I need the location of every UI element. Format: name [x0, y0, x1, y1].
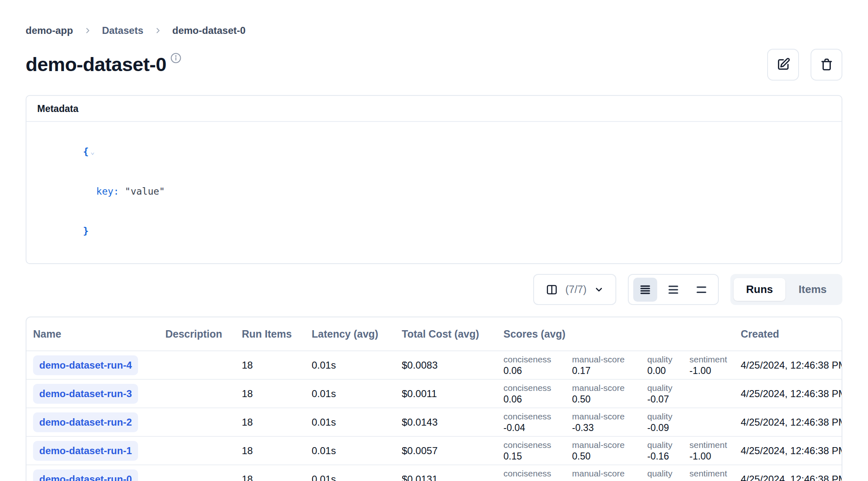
table-body: demo-dataset-run-4 18 0.01s $0.0083 conc… [26, 350, 842, 481]
created-cell: 4/25/2024, 12:46:38 PM [741, 445, 842, 457]
breadcrumb: demo-app Datasets demo-dataset-0 [26, 24, 842, 37]
score-quality: quality-0.07 [647, 383, 689, 405]
run-name-link[interactable]: demo-dataset-run-4 [33, 355, 138, 375]
score-value: 0.06 [503, 365, 572, 376]
table-row[interactable]: demo-dataset-run-4 18 0.01s $0.0083 conc… [26, 350, 842, 379]
score-manual-score: manual-score0.50 [572, 383, 647, 405]
total-cost-cell: $0.0011 [402, 388, 503, 400]
score-value: 0.50 [572, 393, 647, 405]
score-label: manual-score [572, 440, 647, 450]
score-value: -0.07 [647, 393, 689, 405]
score-label: conciseness [503, 440, 572, 450]
run-name-link[interactable]: demo-dataset-run-1 [33, 441, 138, 461]
total-cost-cell: $0.0131 [402, 474, 503, 481]
score-label: quality [647, 383, 689, 393]
json-key: key: [96, 186, 119, 197]
score-label: sentiment [689, 440, 741, 450]
scores-cell: conciseness0.06manual-score0.17quality0.… [503, 354, 741, 376]
score-label: manual-score [572, 383, 647, 393]
latency-cell: 0.01s [312, 360, 402, 371]
table-header-row: Name Description Run Items Latency (avg)… [26, 317, 842, 350]
score-quality: quality0.13 [647, 468, 689, 481]
run-items-cell: 18 [242, 388, 312, 400]
score-label: manual-score [572, 354, 647, 365]
score-value: 0.15 [503, 450, 572, 462]
column-header-created: Created [741, 328, 842, 340]
score-quality: quality-0.09 [647, 411, 689, 433]
created-cell: 4/25/2024, 12:46:38 PM [741, 388, 842, 400]
created-cell: 4/25/2024, 12:46:38 PM [741, 474, 842, 481]
run-items-cell: 18 [242, 474, 312, 481]
run-name-link[interactable]: demo-dataset-run-0 [33, 469, 138, 481]
score-conciseness: conciseness0.02 [503, 468, 572, 481]
edit-dataset-button[interactable] [767, 49, 799, 81]
score-manual-score: manual-score0.17 [572, 354, 647, 376]
row-height-medium-icon[interactable] [661, 278, 685, 302]
tab-items[interactable]: Items [786, 278, 839, 301]
runs-table: Name Description Run Items Latency (avg)… [26, 317, 842, 481]
score-value: -0.04 [503, 422, 572, 433]
score-label: conciseness [503, 383, 572, 393]
metadata-json-viewer: {⌄ key: "value" } [26, 122, 842, 263]
breadcrumb-item-current: demo-dataset-0 [172, 25, 246, 36]
score-value: -1.00 [689, 450, 741, 462]
score-label: quality [647, 411, 689, 422]
title-row: demo-dataset-0 [26, 48, 842, 81]
run-name-link[interactable]: demo-dataset-run-3 [33, 384, 138, 404]
row-height-dense-icon[interactable] [633, 278, 657, 302]
table-row[interactable]: demo-dataset-run-1 18 0.01s $0.0057 conc… [26, 436, 842, 464]
column-header-name: Name [33, 328, 165, 340]
chevron-right-icon [154, 27, 162, 34]
score-label: manual-score [572, 411, 647, 422]
table-toolbar: (7/7) Runs Items [26, 274, 842, 305]
score-value: -1.00 [689, 365, 741, 376]
scores-cell: conciseness0.06manual-score0.50quality-0… [503, 383, 741, 405]
delete-dataset-button[interactable] [811, 49, 842, 81]
info-icon[interactable] [170, 52, 181, 65]
score-value: 0.17 [572, 365, 647, 376]
latency-cell: 0.01s [312, 388, 402, 400]
page-title: demo-dataset-0 [26, 52, 166, 77]
score-value: -0.16 [647, 450, 689, 462]
tab-runs[interactable]: Runs [734, 278, 785, 301]
score-value: -0.09 [647, 422, 689, 433]
chevron-down-icon [594, 285, 604, 295]
score-label: quality [647, 354, 689, 365]
run-name-link[interactable]: demo-dataset-run-2 [33, 412, 138, 432]
scores-cell: conciseness-0.04manual-score-0.33quality… [503, 411, 741, 433]
columns-icon [546, 283, 558, 296]
edit-icon [776, 57, 790, 71]
total-cost-cell: $0.0143 [402, 417, 503, 428]
row-height-tall-icon[interactable] [689, 278, 713, 302]
score-value: 0.06 [503, 393, 572, 405]
score-value: 0.50 [572, 450, 647, 462]
created-cell: 4/25/2024, 12:46:38 PM [741, 417, 842, 428]
score-quality: quality0.00 [647, 354, 689, 376]
score-label: conciseness [503, 354, 572, 365]
run-items-cell: 18 [242, 360, 312, 371]
chevron-right-icon [84, 27, 91, 34]
table-row[interactable]: demo-dataset-run-3 18 0.01s $0.0011 conc… [26, 379, 842, 407]
score-label: manual-score [572, 468, 647, 479]
run-items-cell: 18 [242, 445, 312, 457]
breadcrumb-item-project[interactable]: demo-app [26, 25, 73, 36]
collapse-caret-icon[interactable]: ⌄ [91, 148, 95, 156]
breadcrumb-item-datasets[interactable]: Datasets [102, 25, 143, 36]
score-manual-score: manual-score0.50 [572, 440, 647, 462]
metadata-card: Metadata {⌄ key: "value" } [26, 95, 842, 264]
score-value: 0.50 [572, 479, 647, 481]
score-conciseness: conciseness0.06 [503, 383, 572, 405]
score-sentiment: sentiment-1.00 [689, 440, 741, 462]
table-row[interactable]: demo-dataset-run-0 18 0.01s $0.0131 conc… [26, 464, 842, 481]
score-sentiment: sentiment-2.00 [689, 468, 741, 481]
score-value: -2.00 [689, 479, 741, 481]
column-header-description: Description [165, 328, 242, 340]
latency-cell: 0.01s [312, 417, 402, 428]
column-visibility-button[interactable]: (7/7) [533, 274, 616, 305]
score-label: quality [647, 468, 689, 479]
column-header-run-items: Run Items [242, 328, 312, 340]
total-cost-cell: $0.0057 [402, 445, 503, 457]
score-label: conciseness [503, 468, 572, 479]
column-header-latency: Latency (avg) [312, 328, 402, 340]
table-row[interactable]: demo-dataset-run-2 18 0.01s $0.0143 conc… [26, 407, 842, 436]
